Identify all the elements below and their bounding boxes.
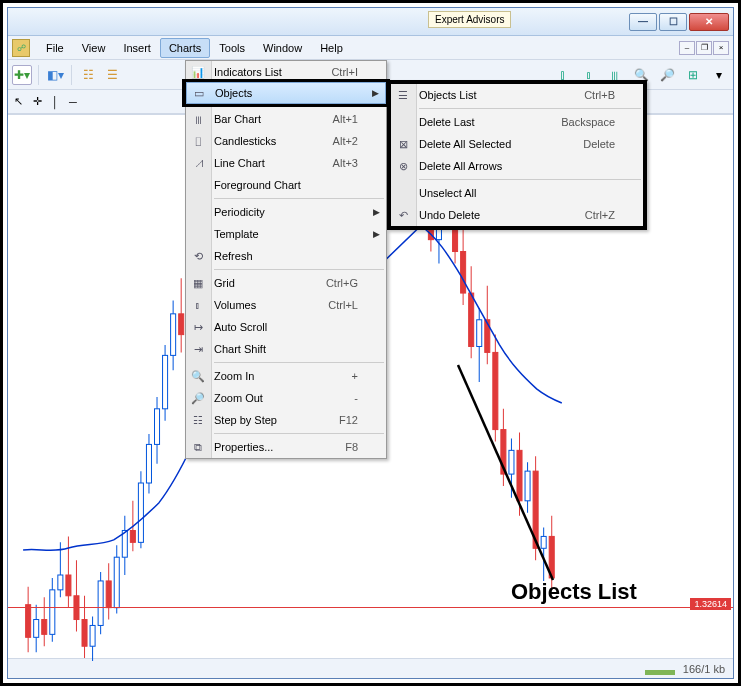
grid-icon: ▦: [190, 275, 206, 291]
submenu-arrow-icon: ▶: [372, 88, 379, 98]
menu-insert[interactable]: Insert: [114, 38, 160, 58]
objects-menu-delete-all-selected[interactable]: ⊠Delete All SelectedDelete: [391, 133, 643, 155]
menu-item-shortcut: Alt+3: [333, 157, 358, 169]
charts-menu-zoom-in[interactable]: 🔍Zoom In+: [186, 365, 386, 387]
crosshair-tool-icon[interactable]: ✛: [33, 95, 42, 108]
svg-rect-7: [50, 590, 55, 635]
menu-item-label: Zoom Out: [214, 392, 263, 404]
refresh-icon: ⟲: [190, 248, 206, 264]
objects-menu-unselect-all[interactable]: Unselect All: [391, 182, 643, 204]
menu-item-label: Zoom In: [214, 370, 254, 382]
chart-shift-icon: ⇥: [190, 341, 206, 357]
menu-item-label: Bar Chart: [214, 113, 261, 125]
menu-tools[interactable]: Tools: [210, 38, 254, 58]
maximize-button[interactable]: ☐: [659, 13, 687, 31]
svg-rect-37: [171, 314, 176, 356]
svg-rect-73: [549, 536, 554, 578]
navigator-button[interactable]: ☰: [102, 65, 122, 85]
menu-item-label: Line Chart: [214, 157, 265, 169]
charts-menu-candlesticks[interactable]: ⌷CandlesticksAlt+2: [186, 130, 386, 152]
svg-rect-55: [477, 320, 482, 347]
svg-rect-17: [90, 625, 95, 646]
app-icon: ☍: [12, 39, 30, 57]
zoom-out-icon[interactable]: 🔎: [657, 65, 677, 85]
svg-rect-11: [66, 575, 71, 596]
menu-help[interactable]: Help: [311, 38, 352, 58]
menu-item-shortcut: Backspace: [561, 116, 615, 128]
menu-item-shortcut: Ctrl+B: [584, 89, 615, 101]
svg-rect-27: [130, 530, 135, 542]
charts-menu-template[interactable]: Template▶: [186, 223, 386, 245]
svg-rect-23: [114, 557, 119, 607]
menu-view[interactable]: View: [73, 38, 115, 58]
charts-menu-objects[interactable]: ▭Objects▶: [186, 82, 386, 104]
charts-menu-grid[interactable]: ▦GridCtrl+G: [186, 272, 386, 294]
mdi-close-button[interactable]: ×: [713, 41, 729, 55]
charts-menu-foreground-chart[interactable]: Foreground Chart: [186, 174, 386, 196]
charts-menu-chart-shift[interactable]: ⇥Chart Shift: [186, 338, 386, 360]
svg-rect-65: [517, 450, 522, 500]
svg-rect-19: [98, 581, 103, 626]
svg-rect-15: [82, 620, 87, 647]
charts-menu-line-chart[interactable]: ⩘Line ChartAlt+3: [186, 152, 386, 174]
charts-menu-step-by-step[interactable]: ☷Step by StepF12: [186, 409, 386, 431]
menu-item-label: Periodicity: [214, 206, 265, 218]
menu-item-shortcut: -: [354, 392, 358, 404]
objects-menu-objects-list[interactable]: ☰Objects ListCtrl+B: [391, 84, 643, 106]
menu-item-label: Indicators List: [214, 66, 282, 78]
charts-menu-volumes[interactable]: ⫾VolumesCtrl+L: [186, 294, 386, 316]
menu-item-label: Auto Scroll: [214, 321, 267, 333]
charts-menu-zoom-out[interactable]: 🔎Zoom Out-: [186, 387, 386, 409]
menu-item-label: Objects List: [419, 89, 476, 101]
properties--icon: ⧉: [190, 439, 206, 455]
svg-rect-3: [34, 620, 39, 638]
charts-menu-refresh[interactable]: ⟲Refresh: [186, 245, 386, 267]
charts-menu-auto-scroll[interactable]: ↦Auto Scroll: [186, 316, 386, 338]
submenu-arrow-icon: ▶: [373, 229, 380, 239]
menu-charts[interactable]: Charts: [160, 38, 210, 58]
svg-rect-33: [155, 409, 160, 445]
price-line: [8, 607, 733, 608]
svg-rect-39: [179, 314, 184, 335]
menu-item-shortcut: Alt+1: [333, 113, 358, 125]
menu-item-label: Objects: [215, 87, 252, 99]
objects-menu-delete-all-arrows[interactable]: ⊗Delete All Arrows: [391, 155, 643, 177]
mdi-restore-button[interactable]: ❐: [696, 41, 712, 55]
cursor-tool-icon[interactable]: ↖: [14, 95, 23, 108]
svg-rect-5: [42, 620, 47, 635]
menu-window[interactable]: Window: [254, 38, 311, 58]
menu-item-label: Step by Step: [214, 414, 277, 426]
menu-file[interactable]: File: [37, 38, 73, 58]
minimize-button[interactable]: —: [629, 13, 657, 31]
svg-rect-29: [138, 483, 143, 542]
svg-rect-71: [541, 536, 546, 548]
menu-item-label: Grid: [214, 277, 235, 289]
auto-scroll-icon: ↦: [190, 319, 206, 335]
charts-menu-properties-[interactable]: ⧉Properties...F8: [186, 436, 386, 458]
charts-menu-bar-chart[interactable]: ⫼Bar ChartAlt+1: [186, 108, 386, 130]
svg-rect-1: [26, 605, 31, 638]
charts-menu-periodicity[interactable]: Periodicity▶: [186, 201, 386, 223]
market-watch-button[interactable]: ☷: [78, 65, 98, 85]
profiles-button[interactable]: ◧▾: [45, 65, 65, 85]
charts-menu-dropdown: 📊Indicators ListCtrl+I▭Objects▶⫼Bar Char…: [185, 60, 387, 459]
objects-menu-undo-delete[interactable]: ↶Undo DeleteCtrl+Z: [391, 204, 643, 226]
mdi-minimize-button[interactable]: –: [679, 41, 695, 55]
horizontal-line-tool-icon[interactable]: ─: [69, 96, 77, 108]
submenu-arrow-icon: ▶: [373, 207, 380, 217]
new-chart-button[interactable]: ✚▾: [12, 65, 32, 85]
menu-item-shortcut: F8: [345, 441, 358, 453]
close-button[interactable]: ✕: [689, 13, 729, 31]
svg-rect-61: [501, 430, 506, 475]
toolbar-icon[interactable]: ⊞: [683, 65, 703, 85]
svg-rect-67: [525, 471, 530, 501]
vertical-line-tool-icon[interactable]: │: [52, 96, 59, 108]
svg-rect-69: [533, 471, 538, 548]
undo-delete-icon: ↶: [395, 207, 411, 223]
annotation-label: Objects List: [511, 579, 637, 605]
menu-item-shortcut: +: [352, 370, 358, 382]
delete-all-selected-icon: ⊠: [395, 136, 411, 152]
svg-rect-51: [461, 252, 466, 294]
toolbar-icon[interactable]: ▾: [709, 65, 729, 85]
objects-menu-delete-last[interactable]: Delete LastBackspace: [391, 111, 643, 133]
